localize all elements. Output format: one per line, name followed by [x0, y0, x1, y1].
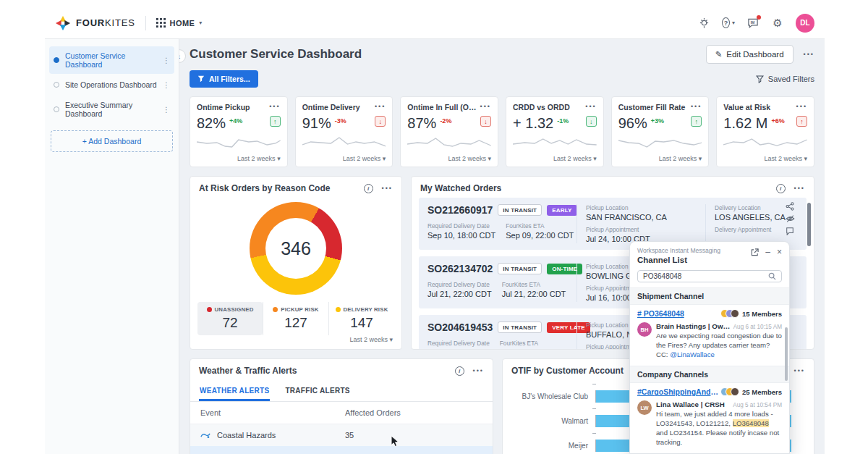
kebab-menu-icon[interactable]: ⋮	[163, 81, 170, 89]
kpi-delta: +4%	[229, 117, 242, 125]
divider	[145, 16, 146, 30]
svg-text:IM: IM	[751, 20, 755, 25]
kpi-value: 91%	[302, 116, 331, 130]
kebab-menu-icon[interactable]: ⋮	[163, 106, 170, 114]
kpi-menu-icon[interactable]: •••	[585, 103, 596, 110]
user-avatar[interactable]: DL	[796, 14, 814, 33]
kpi-period-dropdown[interactable]: Last 2 weeks ▾	[723, 155, 807, 162]
kpi-period-dropdown[interactable]: Last 2 weeks ▾	[407, 155, 491, 162]
event-name: Coastal Hazards	[217, 431, 276, 440]
sidebar-collapse-button[interactable]: ‹	[179, 49, 186, 63]
unwatch-eye-off-icon[interactable]	[786, 214, 795, 223]
add-dashboard-button[interactable]: + Add Dashboard	[51, 130, 173, 152]
page-overflow-menu-icon[interactable]: •••	[804, 51, 814, 58]
alert-row-coastal-hazards[interactable]: Coastal Hazards 35	[190, 424, 493, 446]
kpi-menu-icon[interactable]: •••	[480, 103, 491, 110]
tab-traffic-alerts[interactable]: TRAFFIC ALERTS	[284, 383, 350, 401]
mention-link[interactable]: @LinaWallace	[670, 350, 715, 358]
transit-status-badge: IN TRANSIT	[498, 204, 542, 216]
message-text: Are we expecting road congestion due to …	[656, 332, 782, 360]
panel-period-dropdown[interactable]: Last 2 weeks ▾	[190, 336, 401, 349]
share-icon[interactable]	[786, 202, 794, 211]
page-title: Customer Service Dashboard	[190, 47, 362, 62]
sidebar-item-customer-service-dashboard[interactable]: Customer Service Dashboard ⋮	[49, 46, 174, 74]
question-mark-icon: ?	[722, 17, 730, 28]
legend-value: 147	[331, 315, 393, 331]
saved-filters-button[interactable]: Saved Filters	[756, 75, 814, 83]
pencil-icon: ✎	[715, 49, 723, 59]
channel-link[interactable]: # PO3648048	[637, 309, 684, 318]
member-avatars	[720, 309, 739, 318]
sparkline	[618, 133, 702, 151]
kpi-menu-icon[interactable]: •••	[796, 103, 807, 110]
risk-donut[interactable]: 346	[250, 202, 342, 295]
sidebar-item-executive-summary-dashboard[interactable]: Executive Summary Dashboard ⋮	[49, 96, 174, 123]
alert-row-fire[interactable]: Fire 12 →	[190, 446, 493, 454]
scrollbar[interactable]	[807, 203, 811, 246]
field-label: Required Delivery Date	[427, 281, 492, 288]
help-menu-icon[interactable]: ? ▾	[722, 17, 735, 30]
scrollbar[interactable]	[785, 327, 788, 381]
info-icon[interactable]: i	[364, 184, 373, 193]
kpi-period-dropdown[interactable]: Last 2 weeks ▾	[197, 155, 281, 162]
sparkline	[513, 133, 597, 151]
kpi-period-dropdown[interactable]: Last 2 weeks ▾	[302, 155, 386, 162]
kpi-delta: -1%	[557, 117, 569, 125]
tab-weather-alerts[interactable]: WEATHER ALERTS	[199, 383, 270, 401]
kpi-card-crdd-vs-ordd: CRDD vs ORDD••• + 1.32-1%↓ Last 2 weeks …	[506, 96, 604, 167]
kpi-card-customer-fill-rate: Customer Fill Rate••• 96%+3%↑ Last 2 wee…	[611, 96, 710, 167]
minimize-icon[interactable]: –	[765, 247, 770, 257]
comment-bubble-icon[interactable]	[786, 227, 794, 235]
channel-row[interactable]: #CargoShippingAndOwenT&T 25 Members	[630, 383, 789, 398]
legend-dot	[207, 307, 212, 312]
filter-funnel-icon	[756, 75, 764, 83]
close-icon[interactable]: ×	[777, 247, 782, 257]
affected-count: 35	[345, 431, 354, 440]
all-filters-button[interactable]: All Filters...	[190, 70, 258, 88]
at-risk-orders-panel: At Risk Orders by Reason Code i ••• 346 …	[190, 176, 402, 350]
trend-down-icon: ↓	[480, 116, 491, 127]
chat-section-header: Company Channels	[630, 366, 789, 383]
legend-item-delivery-risk[interactable]: DELIVERY RISK 147	[328, 302, 394, 335]
fourkites-logo[interactable]: FOURKITES	[55, 15, 135, 31]
kpi-value: 96%	[618, 116, 647, 130]
legend-item-pickup-risk[interactable]: PICKUP RISK 127	[263, 302, 328, 335]
panel-menu-icon[interactable]: •••	[794, 367, 805, 374]
home-menu-label: HOME	[170, 19, 195, 28]
kpi-card-ontime-pickup: Ontime Pickup••• 82%+4%↑ Last 2 weeks ▾	[190, 96, 288, 167]
order-id[interactable]: SO262134702	[427, 263, 493, 274]
kpi-delta: +3%	[651, 117, 664, 125]
kebab-menu-icon[interactable]: ⋮	[163, 56, 170, 64]
chat-message[interactable]: BH Brain Hastings | OwenT&T Aug 6 at 10:…	[630, 320, 789, 366]
edit-dashboard-button[interactable]: ✎ Edit Dashboard	[706, 45, 793, 64]
sidebar-item-site-operations-dashboard[interactable]: Site Operations Dashboard ⋮	[49, 75, 174, 94]
kpi-menu-icon[interactable]: •••	[691, 103, 702, 110]
channel-link[interactable]: #CargoShippingAndOwenT&T	[637, 387, 720, 396]
kpi-menu-icon[interactable]: •••	[375, 103, 386, 110]
kpi-menu-icon[interactable]: •••	[269, 103, 280, 110]
messaging-icon[interactable]: IM	[746, 17, 760, 30]
field-value: Sep 10, 18:00 CDT	[427, 231, 495, 240]
order-id[interactable]: SO212660917	[427, 204, 493, 216]
panel-menu-icon[interactable]: •••	[794, 185, 805, 192]
edit-dashboard-label: Edit Dashboard	[726, 50, 783, 59]
kpi-period-dropdown[interactable]: Last 2 weeks ▾	[513, 155, 597, 162]
channel-row[interactable]: # PO3648048 15 Members	[630, 305, 789, 320]
chat-message[interactable]: LW Lina Wallace | CRSH Aug 5 at 10:54 PM…	[630, 398, 789, 453]
kpi-value: 82%	[197, 116, 226, 130]
legend-value: 127	[265, 315, 327, 331]
open-in-new-window-icon[interactable]	[751, 248, 759, 256]
info-icon[interactable]: i	[455, 366, 464, 376]
weather-traffic-alerts-panel: Weather & Traffic Alerts i ••• WEATHER A…	[190, 358, 493, 454]
panel-menu-icon[interactable]: •••	[382, 185, 393, 192]
legend-item-unassigned[interactable]: UNASSIGNED 72	[197, 302, 263, 335]
panel-menu-icon[interactable]: •••	[473, 367, 484, 374]
whats-new-bulb-icon[interactable]	[697, 17, 710, 30]
settings-gear-icon[interactable]: ⚙	[771, 17, 784, 30]
app-switcher-home-menu[interactable]: HOME ▾	[156, 18, 203, 28]
order-id[interactable]: SO204619453	[427, 321, 493, 333]
info-icon[interactable]: i	[776, 184, 786, 193]
chat-search-input[interactable]	[643, 272, 765, 280]
kpi-period-dropdown[interactable]: Last 2 weeks ▾	[618, 155, 702, 162]
coastal-wave-icon	[200, 431, 210, 440]
